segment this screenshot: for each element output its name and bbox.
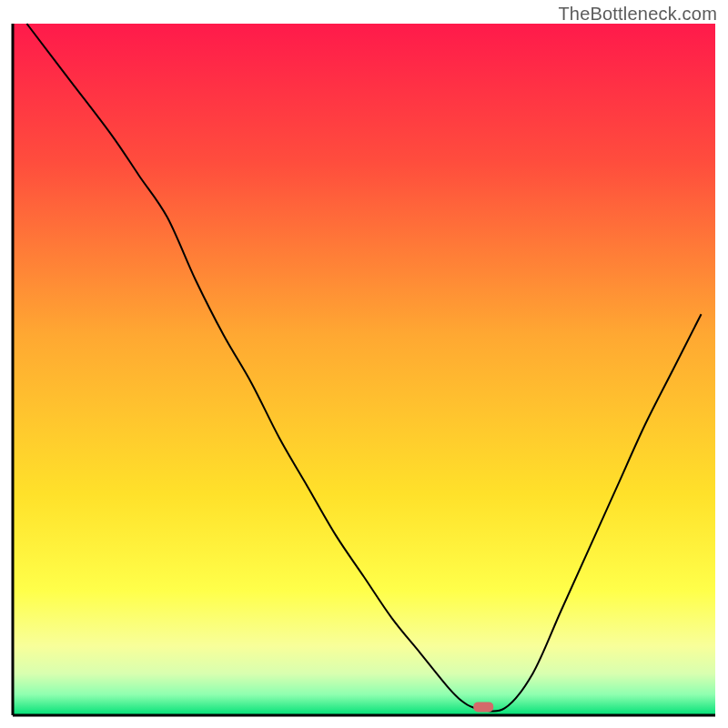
chart-container: TheBottleneck.com [0,0,728,728]
gradient-background [13,24,715,715]
watermark-text: TheBottleneck.com [558,4,717,25]
bottleneck-chart [0,0,728,728]
optimal-marker [473,702,493,712]
